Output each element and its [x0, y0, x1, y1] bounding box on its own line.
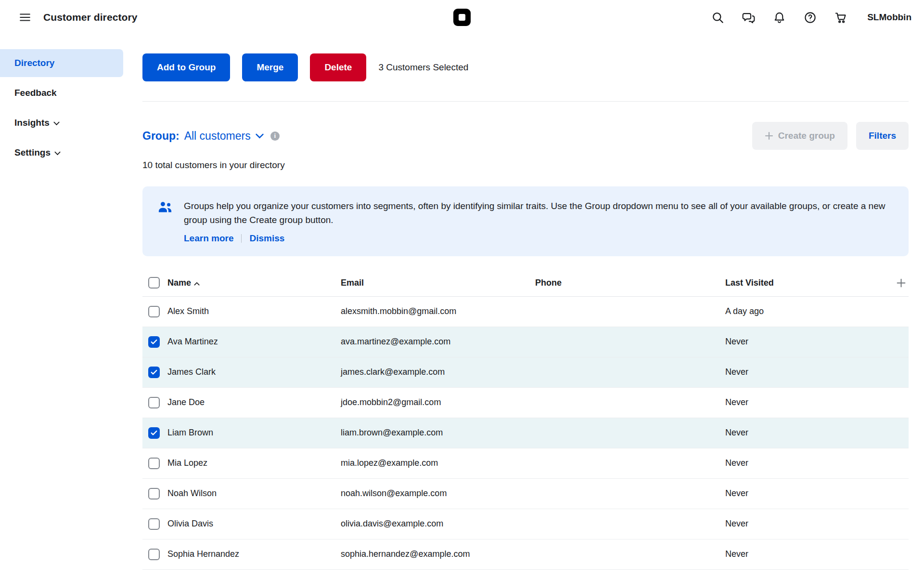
cart-icon[interactable]: [834, 10, 848, 25]
table-row[interactable]: Olivia Davis olivia.davis@example.com Ne…: [142, 509, 909, 539]
add-column-icon[interactable]: [894, 276, 908, 289]
row-checkbox[interactable]: [148, 427, 160, 439]
menu-icon[interactable]: [15, 8, 35, 27]
row-checkbox[interactable]: [148, 397, 160, 408]
banner-links: Learn more Dismiss: [184, 233, 894, 244]
row-checkbox[interactable]: [148, 367, 160, 378]
table-header-row: Name Email Phone Last Visited: [142, 270, 909, 297]
sidebar: Directory Feedback Insights Settings: [0, 35, 123, 578]
info-icon[interactable]: i: [270, 131, 280, 141]
column-header-label: Name: [167, 278, 191, 288]
row-name: Olivia Davis: [167, 519, 341, 529]
create-group-label: Create group: [778, 131, 835, 141]
sidebar-item-feedback[interactable]: Feedback: [0, 79, 123, 107]
row-email: jdoe.mobbin2@gmail.com: [341, 397, 535, 407]
table-row[interactable]: Ava Martinez ava.martinez@example.com Ne…: [142, 327, 909, 357]
row-last-visited: Never: [725, 337, 889, 347]
row-checkbox-cell: [142, 306, 167, 317]
total-customers-text: 10 total customers in your directory: [142, 160, 909, 171]
row-last-visited: Never: [725, 488, 889, 499]
group-dropdown-value: All customers: [184, 130, 251, 143]
search-icon[interactable]: [710, 10, 725, 25]
group-bar: Group: All customers i Create group Filt…: [142, 122, 909, 150]
select-all-checkbox[interactable]: [148, 277, 160, 289]
row-last-visited: A day ago: [725, 306, 889, 316]
row-email: ava.martinez@example.com: [341, 337, 535, 347]
row-email: mia.lopez@example.com: [341, 458, 535, 468]
row-email: liam.brown@example.com: [341, 428, 535, 438]
row-checkbox[interactable]: [148, 458, 160, 469]
column-header-email: Email: [341, 278, 535, 288]
top-bar: Customer directory: [0, 0, 924, 35]
sidebar-item-label: Settings: [14, 147, 51, 158]
notifications-bell-icon[interactable]: [772, 10, 786, 25]
table-row[interactable]: James Clark james.clark@example.com Neve…: [142, 357, 909, 388]
main-content: Add to Group Merge Delete 3 Customers Se…: [123, 35, 924, 578]
chevron-down-icon: [53, 121, 60, 126]
sidebar-item-insights[interactable]: Insights: [0, 109, 123, 137]
square-logo-inner: [459, 14, 465, 21]
link-separator: [241, 234, 242, 243]
sidebar-item-settings[interactable]: Settings: [0, 139, 123, 167]
row-checkbox-cell: [142, 549, 167, 560]
row-checkbox-cell: [142, 367, 167, 378]
messages-icon[interactable]: [741, 10, 756, 25]
row-checkbox-cell: [142, 427, 167, 439]
table-row[interactable]: Alex Smith alexsmith.mobbin@gmail.com A …: [142, 297, 909, 327]
row-checkbox[interactable]: [148, 549, 160, 560]
row-checkbox-cell: [142, 336, 167, 348]
row-email: james.clark@example.com: [341, 367, 535, 377]
row-checkbox-cell: [142, 488, 167, 499]
page-title: Customer directory: [43, 12, 138, 23]
bulk-action-toolbar: Add to Group Merge Delete 3 Customers Se…: [142, 53, 909, 82]
row-last-visited: Never: [725, 458, 889, 468]
add-to-group-button[interactable]: Add to Group: [142, 53, 230, 81]
table-row[interactable]: William Garcia william.garcia@example.co…: [142, 570, 909, 578]
header-add-column-cell: [889, 276, 909, 289]
divider: [142, 101, 909, 102]
row-name: Mia Lopez: [167, 458, 341, 468]
row-checkbox[interactable]: [148, 488, 160, 499]
plus-icon: [765, 131, 773, 140]
table-row[interactable]: Noah Wilson noah.wilson@example.com Neve…: [142, 479, 909, 509]
row-checkbox-cell: [142, 518, 167, 530]
sidebar-item-directory[interactable]: Directory: [0, 49, 123, 77]
account-name[interactable]: SLMobbin: [867, 12, 911, 23]
group-dropdown[interactable]: Group: All customers: [142, 130, 264, 143]
learn-more-link[interactable]: Learn more: [184, 233, 233, 244]
chevron-down-icon: [256, 133, 264, 139]
group-dropdown-label: Group:: [142, 130, 180, 143]
dismiss-link[interactable]: Dismiss: [249, 233, 284, 244]
merge-button[interactable]: Merge: [242, 53, 298, 81]
row-email: alexsmith.mobbin@gmail.com: [341, 306, 535, 316]
row-last-visited: Never: [725, 397, 889, 407]
row-checkbox-cell: [142, 458, 167, 469]
table-row[interactable]: Liam Brown liam.brown@example.com Never: [142, 418, 909, 448]
customer-table-body: Alex Smith alexsmith.mobbin@gmail.com A …: [142, 297, 909, 578]
row-checkbox[interactable]: [148, 336, 160, 348]
table-row[interactable]: Jane Doe jdoe.mobbin2@gmail.com Never: [142, 388, 909, 418]
column-header-name[interactable]: Name: [167, 278, 341, 288]
row-checkbox[interactable]: [148, 306, 160, 317]
delete-button[interactable]: Delete: [310, 53, 366, 81]
chevron-down-icon: [54, 151, 61, 156]
row-last-visited: Never: [725, 519, 889, 529]
row-checkbox-cell: [142, 397, 167, 408]
table-row[interactable]: Mia Lopez mia.lopez@example.com Never: [142, 448, 909, 479]
row-name: Alex Smith: [167, 306, 341, 316]
sidebar-item-label: Feedback: [14, 88, 57, 98]
sidebar-item-label: Directory: [14, 58, 54, 68]
filters-button[interactable]: Filters: [856, 122, 909, 150]
row-last-visited: Never: [725, 428, 889, 438]
banner-body: Groups help you organize your customers …: [184, 199, 894, 244]
banner-message: Groups help you organize your customers …: [184, 199, 894, 227]
create-group-button[interactable]: Create group: [752, 122, 847, 150]
groups-info-banner: Groups help you organize your customers …: [142, 186, 909, 256]
row-name: Sophia Hernandez: [167, 549, 341, 559]
help-icon[interactable]: [803, 10, 817, 25]
row-last-visited: Never: [725, 367, 889, 377]
row-name: Noah Wilson: [167, 488, 341, 499]
table-row[interactable]: Sophia Hernandez sophia.hernandez@exampl…: [142, 539, 909, 570]
row-checkbox[interactable]: [148, 518, 160, 530]
row-name: Ava Martinez: [167, 337, 341, 347]
